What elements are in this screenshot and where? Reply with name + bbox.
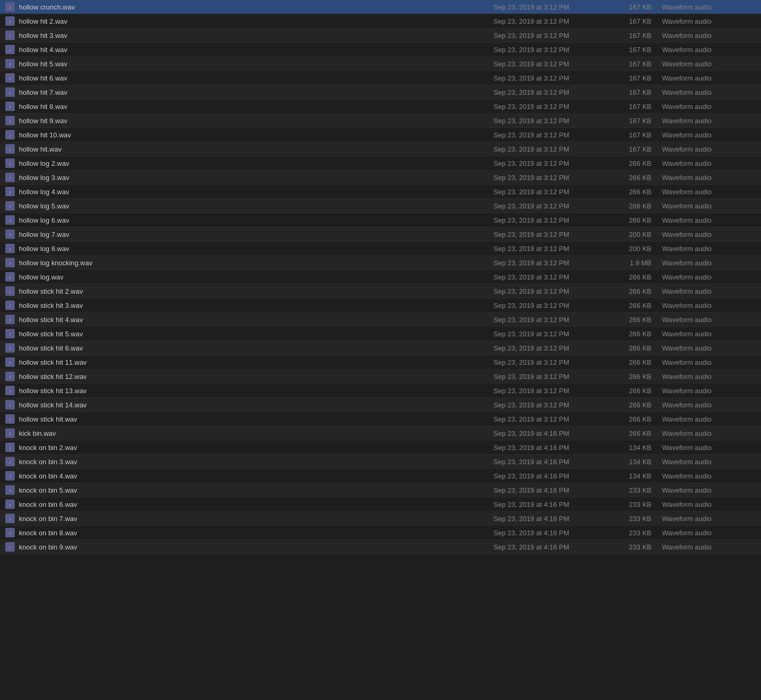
file-size: 200 KB <box>609 231 662 238</box>
table-row[interactable]: knock on bin 7.wav Sep 23, 2019 at 4:16 … <box>0 512 761 526</box>
file-name: hollow stick hit 3.wav <box>19 302 493 309</box>
table-row[interactable]: kick bin.wav Sep 23, 2019 at 4:16 PM 266… <box>0 426 761 441</box>
table-row[interactable]: hollow log 6.wav Sep 23, 2019 at 3:12 PM… <box>0 213 761 227</box>
file-date: Sep 23, 2019 at 3:12 PM <box>493 273 609 281</box>
audio-file-icon <box>5 485 15 495</box>
file-name: hollow stick hit 5.wav <box>19 330 493 338</box>
file-size: 233 KB <box>609 529 662 537</box>
file-date: Sep 23, 2019 at 4:16 PM <box>493 444 609 452</box>
table-row[interactable]: knock on bin 6.wav Sep 23, 2019 at 4:16 … <box>0 497 761 512</box>
audio-file-icon <box>5 443 15 452</box>
file-icon <box>4 456 16 467</box>
table-row[interactable]: knock on bin 9.wav Sep 23, 2019 at 4:16 … <box>0 540 761 554</box>
audio-file-icon <box>5 329 15 338</box>
file-name: hollow log 5.wav <box>19 202 493 210</box>
file-size: 1.9 MB <box>609 259 662 267</box>
file-size: 167 KB <box>609 74 662 82</box>
audio-file-icon <box>5 130 15 139</box>
file-size: 266 KB <box>609 273 662 281</box>
table-row[interactable]: hollow hit 9.wav Sep 23, 2019 at 3:12 PM… <box>0 114 761 128</box>
table-row[interactable]: hollow hit 2.wav Sep 23, 2019 at 3:12 PM… <box>0 14 761 28</box>
file-kind: Waveform audio <box>662 245 757 253</box>
file-kind: Waveform audio <box>662 159 757 167</box>
table-row[interactable]: hollow hit 10.wav Sep 23, 2019 at 3:12 P… <box>0 128 761 142</box>
table-row[interactable]: hollow log knocking.wav Sep 23, 2019 at … <box>0 256 761 270</box>
audio-file-icon <box>5 357 15 367</box>
table-row[interactable]: hollow hit.wav Sep 23, 2019 at 3:12 PM 1… <box>0 142 761 156</box>
file-name: hollow log 8.wav <box>19 245 493 253</box>
table-row[interactable]: hollow hit 6.wav Sep 23, 2019 at 3:12 PM… <box>0 71 761 85</box>
file-icon <box>4 299 16 311</box>
file-name: hollow hit 10.wav <box>19 131 493 139</box>
file-kind: Waveform audio <box>662 287 757 295</box>
table-row[interactable]: hollow stick hit.wav Sep 23, 2019 at 3:1… <box>0 412 761 426</box>
table-row[interactable]: knock on bin 8.wav Sep 23, 2019 at 4:16 … <box>0 526 761 540</box>
table-row[interactable]: hollow log 2.wav Sep 23, 2019 at 3:12 PM… <box>0 156 761 171</box>
file-size: 167 KB <box>609 17 662 25</box>
file-name: knock on bin 8.wav <box>19 529 493 537</box>
table-row[interactable]: hollow log 4.wav Sep 23, 2019 at 3:12 PM… <box>0 185 761 199</box>
file-name: hollow log 4.wav <box>19 188 493 196</box>
file-size: 167 KB <box>609 103 662 111</box>
file-name: knock on bin 6.wav <box>19 501 493 508</box>
table-row[interactable]: hollow log 8.wav Sep 23, 2019 at 3:12 PM… <box>0 242 761 256</box>
file-size: 167 KB <box>609 60 662 68</box>
table-row[interactable]: hollow log 5.wav Sep 23, 2019 at 3:12 PM… <box>0 199 761 213</box>
file-icon <box>4 328 16 339</box>
table-row[interactable]: hollow stick hit 3.wav Sep 23, 2019 at 3… <box>0 298 761 313</box>
file-icon <box>4 228 16 240</box>
file-size: 233 KB <box>609 515 662 523</box>
file-name: knock on bin 5.wav <box>19 486 493 494</box>
audio-file-icon <box>5 514 15 523</box>
table-row[interactable]: knock on bin 2.wav Sep 23, 2019 at 4:16 … <box>0 441 761 455</box>
audio-file-icon <box>5 471 15 481</box>
audio-file-icon <box>5 215 15 225</box>
table-row[interactable]: hollow stick hit 11.wav Sep 23, 2019 at … <box>0 355 761 369</box>
file-kind: Waveform audio <box>662 429 757 437</box>
table-row[interactable]: hollow stick hit 5.wav Sep 23, 2019 at 3… <box>0 327 761 341</box>
file-name: hollow hit.wav <box>19 145 493 153</box>
file-name: hollow hit 9.wav <box>19 117 493 125</box>
file-kind: Waveform audio <box>662 74 757 82</box>
table-row[interactable]: hollow hit 5.wav Sep 23, 2019 at 3:12 PM… <box>0 57 761 71</box>
table-row[interactable]: hollow stick hit 4.wav Sep 23, 2019 at 3… <box>0 313 761 327</box>
file-size: 266 KB <box>609 316 662 324</box>
file-kind: Waveform audio <box>662 486 757 494</box>
table-row[interactable]: hollow hit 8.wav Sep 23, 2019 at 3:12 PM… <box>0 99 761 114</box>
file-icon <box>4 484 16 496</box>
file-kind: Waveform audio <box>662 543 757 551</box>
table-row[interactable]: hollow log.wav Sep 23, 2019 at 3:12 PM 2… <box>0 270 761 284</box>
audio-file-icon <box>5 457 15 466</box>
file-size: 266 KB <box>609 174 662 182</box>
table-row[interactable]: knock on bin 3.wav Sep 23, 2019 at 4:16 … <box>0 455 761 469</box>
table-row[interactable]: hollow stick hit 12.wav Sep 23, 2019 at … <box>0 369 761 384</box>
file-name: hollow stick hit 4.wav <box>19 316 493 324</box>
table-row[interactable]: knock on bin 5.wav Sep 23, 2019 at 4:16 … <box>0 483 761 497</box>
audio-file-icon <box>5 201 15 211</box>
file-size: 266 KB <box>609 344 662 352</box>
table-row[interactable]: hollow hit 7.wav Sep 23, 2019 at 3:12 PM… <box>0 85 761 99</box>
table-row[interactable]: hollow stick hit 2.wav Sep 23, 2019 at 3… <box>0 284 761 298</box>
file-kind: Waveform audio <box>662 316 757 324</box>
file-name: hollow hit 2.wav <box>19 17 493 25</box>
audio-file-icon <box>5 542 15 552</box>
file-date: Sep 23, 2019 at 3:12 PM <box>493 415 609 423</box>
table-row[interactable]: hollow crunch.wav Sep 23, 2019 at 3:12 P… <box>0 0 761 14</box>
file-date: Sep 23, 2019 at 4:16 PM <box>493 429 609 437</box>
file-kind: Waveform audio <box>662 415 757 423</box>
table-row[interactable]: hollow log 7.wav Sep 23, 2019 at 3:12 PM… <box>0 227 761 242</box>
file-name: hollow stick hit 2.wav <box>19 287 493 295</box>
file-name: hollow stick hit 6.wav <box>19 344 493 352</box>
table-row[interactable]: hollow stick hit 13.wav Sep 23, 2019 at … <box>0 384 761 398</box>
file-kind: Waveform audio <box>662 103 757 111</box>
file-icon <box>4 72 16 84</box>
table-row[interactable]: hollow hit 3.wav Sep 23, 2019 at 3:12 PM… <box>0 28 761 43</box>
table-row[interactable]: hollow stick hit 6.wav Sep 23, 2019 at 3… <box>0 341 761 355</box>
table-row[interactable]: hollow hit 4.wav Sep 23, 2019 at 3:12 PM… <box>0 43 761 57</box>
file-date: Sep 23, 2019 at 3:12 PM <box>493 202 609 210</box>
table-row[interactable]: hollow log 3.wav Sep 23, 2019 at 3:12 PM… <box>0 171 761 185</box>
table-row[interactable]: knock on bin 4.wav Sep 23, 2019 at 4:16 … <box>0 469 761 483</box>
file-size: 266 KB <box>609 387 662 395</box>
audio-file-icon <box>5 31 15 40</box>
table-row[interactable]: hollow stick hit 14.wav Sep 23, 2019 at … <box>0 398 761 412</box>
